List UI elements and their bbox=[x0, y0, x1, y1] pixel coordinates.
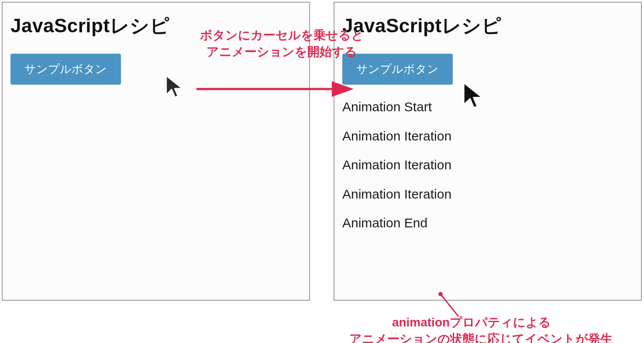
page-title-left: JavaScriptレシピ bbox=[10, 13, 301, 39]
sample-button-right[interactable]: サンプルボタン bbox=[342, 54, 453, 85]
log-line: Animation Iteration bbox=[342, 129, 633, 144]
annotation-events-explain: animationプロパティによる アニメーションの状態に応じてイベントが発生 bbox=[349, 314, 594, 343]
annotation-text: animationプロパティによる bbox=[392, 316, 551, 329]
log-line: Animation Iteration bbox=[342, 187, 633, 202]
state-panel-before: JavaScriptレシピ サンプルボタン bbox=[2, 2, 310, 301]
log-line: Animation Start bbox=[342, 99, 633, 115]
state-panel-after: JavaScriptレシピ サンプルボタン Animation Start An… bbox=[334, 2, 642, 301]
log-line: Animation Iteration bbox=[342, 158, 633, 173]
animation-event-log: Animation Start Animation Iteration Anim… bbox=[342, 99, 633, 231]
log-line: Animation End bbox=[342, 216, 633, 231]
sample-button-left[interactable]: サンプルボタン bbox=[10, 54, 121, 85]
diagram-stage: JavaScriptレシピ サンプルボタン JavaScriptレシピ サンプル… bbox=[0, 0, 644, 343]
annotation-text: アニメーションの状態に応じてイベントが発生 bbox=[349, 332, 613, 343]
page-title-right: JavaScriptレシピ bbox=[342, 13, 633, 39]
